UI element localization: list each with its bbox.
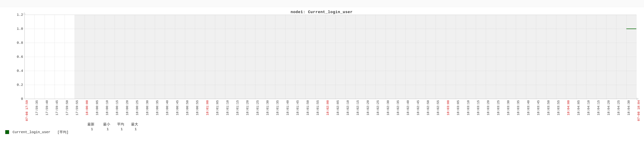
x-axis-tick-label: 18:04:10 bbox=[587, 100, 590, 115]
x-axis-tick-label: 18:03:10 bbox=[466, 100, 470, 115]
x-axis-tick-label: 18:00:35 bbox=[156, 100, 159, 115]
y-axis-tick-label: 0 bbox=[21, 97, 23, 101]
v-gridline bbox=[566, 15, 566, 99]
v-gridline bbox=[546, 15, 546, 99]
x-axis-tick-label: 18:00:50 bbox=[186, 100, 189, 115]
x-axis-tick-label: 18:01:50 bbox=[306, 100, 310, 115]
v-gridline bbox=[165, 15, 165, 99]
x-axis-tick-label: 18:00:15 bbox=[115, 100, 119, 115]
x-axis-tick-label: 18:04:15 bbox=[597, 100, 600, 115]
v-gridline bbox=[285, 15, 286, 99]
x-axis-tick-label: 18:01:10 bbox=[226, 100, 229, 115]
v-gridline bbox=[336, 15, 336, 99]
v-gridline bbox=[446, 15, 446, 99]
v-gridline bbox=[105, 15, 105, 99]
legend-row: Current_login_user [平均] 最新 最小 平均 最大 1 1 … bbox=[5, 127, 640, 137]
x-axis-tick-label: 18:01:40 bbox=[286, 100, 290, 115]
legend-series-name: Current_login_user bbox=[12, 130, 50, 134]
x-axis-tick-label: 18:00:30 bbox=[146, 100, 149, 115]
x-axis-tick-label: 18:04:05 bbox=[577, 100, 580, 115]
stat-value-last: 1 bbox=[91, 127, 93, 131]
x-axis-tick-label: 18:03:05 bbox=[456, 100, 460, 115]
x-axis-tick-label: 18:02:35 bbox=[396, 100, 400, 115]
v-gridline bbox=[556, 15, 556, 99]
plot-area[interactable]: △ 00.20.40.60.81.01.207-08 17:5917:59:35… bbox=[24, 15, 636, 99]
x-axis-tick-label: 18:04:00 bbox=[567, 100, 570, 115]
chart-container: node1: Current_login_user △ 00.20.40.60.… bbox=[4, 9, 640, 137]
x-axis-tick-label: 17:59:40 bbox=[45, 100, 49, 115]
x-axis-tick-label: 17:59:50 bbox=[66, 100, 69, 115]
x-axis-tick-label: 18:04:25 bbox=[617, 100, 620, 115]
x-axis-tick-label: 18:00:00 bbox=[85, 100, 89, 115]
x-axis-tick-label: 18:01:55 bbox=[316, 100, 320, 115]
stat-value-avg: 1 bbox=[120, 127, 123, 131]
x-axis-tick-label: 18:03:00 bbox=[446, 100, 450, 115]
x-axis-tick-label: 18:00:25 bbox=[136, 100, 139, 115]
v-gridline bbox=[616, 15, 616, 99]
y-axis-arrow-icon: △ bbox=[24, 11, 25, 15]
v-gridline bbox=[54, 15, 55, 99]
x-axis-tick-label: 18:03:20 bbox=[486, 100, 490, 115]
x-axis-tick-label: 18:02:25 bbox=[376, 100, 380, 115]
x-axis-tick-label: 18:03:15 bbox=[476, 100, 480, 115]
x-axis-tick-label: 18:02:15 bbox=[356, 100, 360, 115]
x-axis-tick-label: 18:02:55 bbox=[436, 100, 440, 115]
x-axis-tick-label: 18:02:50 bbox=[426, 100, 430, 115]
stat-value-max: 1 bbox=[134, 127, 137, 131]
v-gridline bbox=[516, 15, 516, 99]
x-axis-tick-label: 17:59:45 bbox=[55, 100, 59, 115]
x-axis-tick-label: 18:02:10 bbox=[346, 100, 350, 115]
stat-header-min: 最小 bbox=[103, 122, 110, 127]
x-axis-tick-label: 18:03:25 bbox=[497, 100, 500, 115]
v-gridline bbox=[95, 15, 95, 99]
x-axis-tick-label: 17:59:35 bbox=[35, 100, 39, 115]
v-gridline bbox=[315, 15, 316, 99]
legend-agg-label: [平均] bbox=[57, 130, 68, 134]
series-line-current-login-user bbox=[626, 29, 636, 29]
v-gridline bbox=[466, 15, 466, 99]
x-axis-tick-label: 18:01:15 bbox=[236, 100, 239, 115]
v-gridline bbox=[376, 15, 376, 99]
x-axis-tick-label: 18:01:45 bbox=[296, 100, 300, 115]
v-gridline bbox=[44, 15, 45, 99]
x-axis-tick-label: 18:01:25 bbox=[256, 100, 260, 115]
x-axis-tick-label: 18:03:35 bbox=[516, 100, 520, 115]
v-gridline bbox=[636, 15, 636, 99]
x-axis-tick-label: 18:03:50 bbox=[547, 100, 550, 115]
x-axis-tick-label: 18:00:40 bbox=[166, 100, 169, 115]
x-axis-tick-label: 18:02:00 bbox=[326, 100, 330, 115]
chart-title: node1: Current_login_user bbox=[4, 9, 640, 15]
v-gridline bbox=[396, 15, 396, 99]
stat-header-avg: 平均 bbox=[117, 122, 124, 127]
v-gridline bbox=[255, 15, 256, 99]
legend-color-swatch bbox=[5, 130, 9, 134]
v-gridline bbox=[245, 15, 245, 99]
x-axis-tick-label: 18:00:55 bbox=[196, 100, 199, 115]
x-axis-tick-label: 18:02:20 bbox=[366, 100, 370, 115]
x-axis-tick-label: 18:02:40 bbox=[406, 100, 410, 115]
v-gridline bbox=[235, 15, 235, 99]
x-axis-tick-label: 18:01:30 bbox=[266, 100, 270, 115]
y-axis-tick-label: 1.2 bbox=[17, 13, 23, 17]
x-axis-arrow-icon: ▷ bbox=[637, 97, 638, 101]
x-axis-tick-label: 18:03:40 bbox=[527, 100, 530, 115]
v-gridline bbox=[456, 15, 456, 99]
x-axis-tick-label: 07-08 17:59 bbox=[25, 100, 29, 121]
x-axis-tick-label: 18:00:05 bbox=[96, 100, 99, 115]
v-gridline bbox=[476, 15, 476, 99]
y-axis-tick-label: 0.6 bbox=[17, 55, 23, 59]
y-axis-tick-label: 0.2 bbox=[17, 83, 23, 87]
v-gridline bbox=[84, 15, 85, 99]
x-axis-tick-label: 07-08 18:04 bbox=[637, 100, 640, 121]
stat-header-last: 最新 bbox=[88, 122, 94, 127]
x-axis-tick-label: 18:04:30 bbox=[627, 100, 630, 115]
window-top-strip bbox=[0, 0, 644, 7]
x-axis-tick-label: 18:03:45 bbox=[537, 100, 540, 115]
v-gridline bbox=[366, 15, 366, 99]
v-gridline bbox=[596, 15, 596, 99]
stat-value-min: 1 bbox=[107, 127, 109, 131]
x-axis-tick-label: 18:02:05 bbox=[336, 100, 340, 115]
y-axis-tick-label: 0.8 bbox=[17, 41, 23, 45]
v-gridline bbox=[626, 15, 626, 99]
y-axis-tick-label: 1.0 bbox=[17, 27, 23, 31]
